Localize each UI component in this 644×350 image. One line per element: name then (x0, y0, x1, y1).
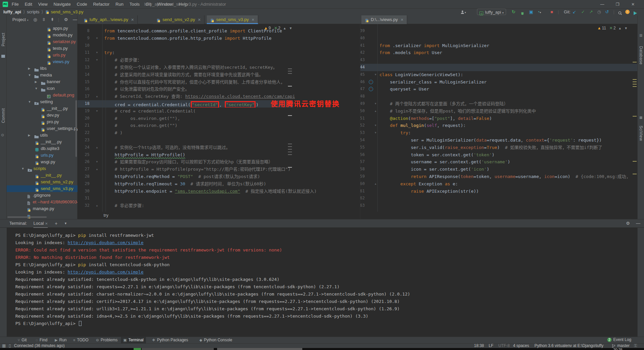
fold-marker-icon[interactable]: ▾ (375, 102, 376, 105)
file-encoding[interactable]: UTF-8 (498, 344, 510, 348)
tool-tab-database[interactable]: Database (639, 46, 643, 64)
fold-marker-icon[interactable]: ▾ (96, 51, 98, 54)
git-commit-button[interactable]: ✓ (581, 9, 585, 15)
coverage-button[interactable]: ▣ (529, 9, 533, 15)
bottom-tab-find[interactable]: ◌Find (33, 337, 50, 343)
tree-collapse-arrow[interactable]: ▼ (28, 99, 31, 105)
fold-marker-icon[interactable]: ▾ (96, 109, 98, 113)
editor-tab-luffy-api-views-py[interactable]: luffy_api\...\views.py✕ (80, 15, 138, 24)
caret-position[interactable]: 18:38 (474, 344, 484, 348)
inspections-widget[interactable]: ▲9✕2▲▼ (264, 25, 292, 31)
fold-marker-icon[interactable]: ▴ (96, 204, 98, 207)
minimize-button[interactable]: — (597, 0, 607, 9)
new-terminal-session-button[interactable]: + (55, 219, 57, 227)
git-push-button[interactable]: ↗ (589, 9, 593, 15)
close-button[interactable]: ✕ (628, 0, 638, 9)
tool-switcher-icon[interactable]: ▦ (2, 344, 6, 348)
tree-item-apps-py[interactable]: apps.py (7, 25, 77, 32)
tree-collapse-arrow[interactable]: ▼ (35, 85, 38, 92)
collapse-all-icon[interactable]: ⇞ (50, 17, 54, 22)
tree-expand-arrow[interactable]: ▶ (28, 65, 30, 72)
update-notification-icon[interactable]: ↑ (625, 10, 630, 14)
tree-item-send-sms-v2-py[interactable]: send_sms_v2.py (7, 179, 77, 185)
tree-item-wsgi-py[interactable]: wsgi.py (7, 159, 77, 165)
tool-tab-commit[interactable]: Commit (1, 108, 6, 123)
bottom-tab-todo[interactable]: ≡TODO (71, 337, 91, 343)
bottom-tab-run[interactable]: ▶Run (52, 337, 69, 343)
tree-item-models-py[interactable]: models.py (7, 32, 77, 38)
editor-breadcrumb-item[interactable]: try (104, 213, 108, 218)
terminal-link[interactable]: http://pypi.douban.com/simple (68, 270, 144, 275)
tree-item--gitignore[interactable]: .gitignore (7, 192, 77, 199)
tree-item-banner[interactable]: ▶banner (7, 78, 77, 85)
fold-marker-icon[interactable]: ▴ (375, 182, 376, 185)
tree-item-manage-py[interactable]: manage.py (7, 205, 77, 212)
tree-item-urls-py[interactable]: urls.py (7, 152, 77, 159)
menu-tools[interactable]: Tools (127, 0, 143, 8)
fold-marker-icon[interactable]: ▾ (96, 160, 98, 163)
editor-tab-send-sms-v2-py[interactable]: send_sms_v2.py✕ (153, 15, 204, 24)
user-menu-button[interactable]: ▾ (460, 9, 466, 15)
fold-marker-icon[interactable]: ▾ (375, 124, 376, 127)
event-log-button[interactable]: 2Event Log (607, 337, 631, 343)
tree-item-scripts[interactable]: ▼scripts (7, 165, 77, 172)
tree-item-media[interactable]: ▼media (7, 72, 77, 78)
fold-marker-icon[interactable]: ▾ (375, 73, 376, 76)
terminal-dropdown-chevron[interactable]: ▼ (64, 219, 67, 227)
git-branch-name[interactable]: master (617, 344, 630, 348)
tree-item--init-py[interactable]: __init__.py (7, 172, 77, 179)
fold-marker-icon[interactable]: ▴ (96, 167, 98, 171)
menu-code[interactable]: Code (74, 0, 90, 8)
inspections-widget[interactable]: ▲11✕2▲▼ (597, 25, 628, 31)
fold-marker-icon[interactable]: ▾ (96, 58, 98, 61)
next-error-icon[interactable]: ▼ (289, 26, 292, 30)
expand-all-icon[interactable]: ⇳ (42, 17, 46, 22)
close-tab-icon[interactable]: ✕ (198, 18, 201, 22)
tree-item-tests-py[interactable]: tests.py (7, 45, 77, 52)
editor-tab-send-sms-v3-py[interactable]: send_sms_v3.py✕ (207, 15, 258, 24)
notifications-icon[interactable]: ▥ (639, 33, 642, 37)
tree-expand-arrow[interactable]: ▶ (28, 132, 30, 139)
history-button[interactable]: ◷ (597, 9, 601, 15)
bottom-tab-problems[interactable]: ⊖Problems (94, 337, 120, 343)
menu-edit[interactable]: Edit (22, 0, 35, 8)
profiler-button[interactable]: ◔▾ (537, 9, 541, 15)
python-interpreter[interactable]: Python 3.6 virtualenv at E:\Django\luffy (534, 344, 604, 348)
next-error-icon[interactable]: ▼ (624, 26, 628, 30)
terminal-output[interactable]: PS E:\Django\luffy_api> pip install rest… (7, 228, 637, 337)
maximize-button[interactable]: ❐ (613, 0, 623, 9)
menu-run[interactable]: Run (113, 0, 127, 8)
run-button[interactable]: ↻ (512, 9, 515, 15)
menu-file[interactable]: File (9, 0, 22, 8)
close-tab-icon[interactable]: ✕ (400, 18, 404, 22)
editor-area[interactable]: 8from tencentcloud.common.profile.client… (77, 24, 637, 219)
breadcrumb-item[interactable]: send_sms_v3.py (51, 9, 84, 14)
fold-marker-icon[interactable]: ▾ (375, 131, 376, 134)
lock-icon[interactable]: ⚿ (634, 344, 637, 348)
fold-marker-icon[interactable]: ▾ (96, 36, 98, 40)
menu-view[interactable]: View (35, 0, 50, 8)
fold-marker-icon[interactable]: ▴ (96, 95, 98, 98)
tree-item-libs[interactable]: ▶libs (7, 65, 77, 72)
editor-tab-D-views-py[interactable]: D:\...\views.py✕ (361, 15, 407, 24)
hide-panel-icon[interactable]: — (73, 17, 77, 22)
line-separator[interactable]: LF (489, 344, 493, 348)
fold-marker-icon[interactable]: ▴ (375, 109, 376, 113)
tree-item-default-png[interactable]: default.png (7, 92, 77, 99)
prev-error-icon[interactable]: ▲ (618, 26, 622, 30)
panel-settings-gear-icon[interactable]: ⚙ (64, 17, 68, 22)
run-configuration-select[interactable]: djluffy_api ▾ (477, 9, 506, 15)
indent-setting[interactable]: 4 spaces (513, 344, 529, 348)
fold-marker-icon[interactable]: ▴ (96, 146, 98, 149)
tree-item-urls-py[interactable]: urls.py (7, 52, 77, 58)
locate-file-icon[interactable]: ◎ (33, 17, 37, 22)
close-tab-icon[interactable]: ✕ (252, 18, 255, 22)
prev-error-icon[interactable]: ▲ (283, 26, 286, 30)
tree-item-user-settings-py[interactable]: user_settings.py (7, 125, 77, 132)
stop-button[interactable]: ■ (550, 9, 553, 15)
bottom-tab-python-packages[interactable]: ❖Python Packages (150, 337, 190, 343)
tree-horizontal-scrollbar[interactable] (7, 216, 47, 218)
terminal-link[interactable]: http://pypi.douban.com/simple (68, 240, 144, 245)
tool-tab-project[interactable]: Project (1, 33, 6, 46)
terminal-hide-icon[interactable]: — (636, 219, 640, 227)
